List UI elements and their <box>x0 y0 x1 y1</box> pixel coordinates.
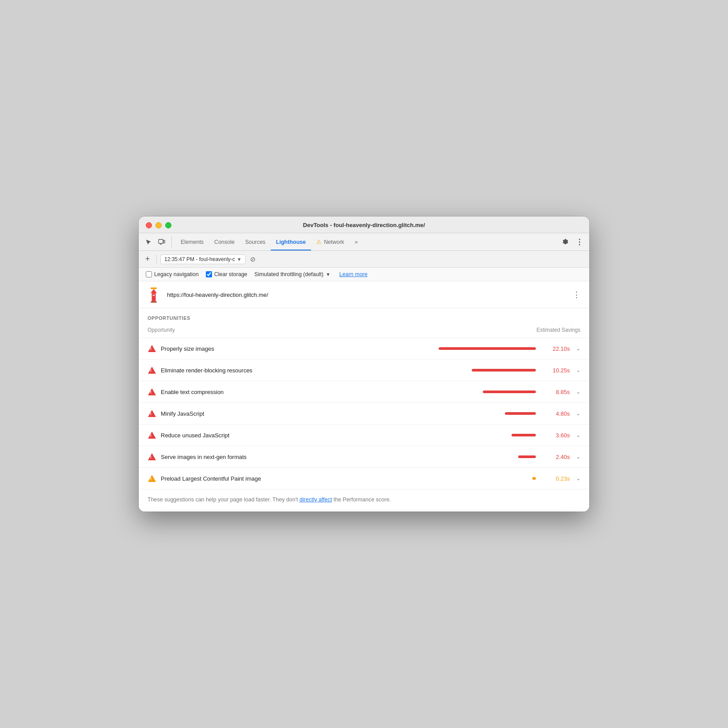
opportunity-row[interactable]: Preload Largest Contentful Paint image 0… <box>139 467 589 489</box>
close-button[interactable] <box>146 222 152 228</box>
chevron-down-icon: ⌄ <box>576 475 580 482</box>
maximize-button[interactable] <box>165 222 171 228</box>
no-entry-icon: ⊘ <box>250 255 256 263</box>
warning-triangle-icon <box>148 387 156 396</box>
legacy-navigation-checkbox[interactable] <box>146 271 152 277</box>
opportunities-section-title: OPPORTUNITIES <box>139 308 589 324</box>
warning-triangle-icon <box>148 366 156 375</box>
footer-text-after: the Performance score. <box>332 497 391 503</box>
devtools-window: DevTools - foul-heavenly-direction.glitc… <box>139 216 589 512</box>
savings-value: 10.25s <box>546 367 570 374</box>
svg-point-5 <box>579 244 580 245</box>
savings-bar-container <box>518 455 536 458</box>
opportunity-row[interactable]: Serve images in next-gen formats 2.40s ⌄ <box>139 446 589 467</box>
svg-marker-7 <box>151 289 157 293</box>
opportunity-name: Eliminate render-blocking resources <box>161 367 467 374</box>
svg-rect-6 <box>151 288 157 289</box>
savings-bar-container <box>532 477 536 480</box>
svg-marker-10 <box>151 301 157 303</box>
savings-value: 2.40s <box>546 454 570 460</box>
minimize-button[interactable] <box>155 222 162 228</box>
opportunity-row[interactable]: Eliminate render-blocking resources 10.2… <box>139 359 589 381</box>
cursor-icon[interactable] <box>142 236 155 248</box>
warning-triangle-icon <box>148 431 156 440</box>
svg-rect-1 <box>163 240 165 243</box>
more-options-button[interactable] <box>573 236 586 248</box>
warning-triangle-icon <box>148 474 156 483</box>
tab-elements[interactable]: Elements <box>175 233 209 250</box>
savings-value: 0.23s <box>546 475 570 482</box>
opportunities-list: Properly size images 22.10s ⌄ Eliminate … <box>139 337 589 489</box>
col-opportunity-header: Opportunity <box>148 327 537 333</box>
window-title: DevTools - foul-heavenly-direction.glitc… <box>303 222 425 228</box>
savings-bar <box>532 477 536 480</box>
tab-lighthouse[interactable]: Lighthouse <box>271 233 311 250</box>
savings-bar-container <box>472 369 536 372</box>
warning-triangle-icon <box>148 344 156 353</box>
warning-icon: ⚠ <box>316 239 322 245</box>
col-savings-header: Estimated Savings <box>537 327 580 333</box>
clear-storage-label: Clear storage <box>214 271 247 277</box>
learn-more-link[interactable]: Learn more <box>339 271 368 277</box>
opportunity-name: Serve images in next-gen formats <box>161 454 514 460</box>
savings-bar <box>512 434 536 436</box>
address-timestamp: 12:35:47 PM - foul-heavenly-c <box>164 256 235 262</box>
opportunity-name: Reduce unused JavaScript <box>161 432 507 439</box>
options-row: Legacy navigation Clear storage Simulate… <box>139 268 589 281</box>
tab-more[interactable]: » <box>349 233 363 250</box>
warning-triangle-icon <box>148 452 156 461</box>
opportunity-name: Minify JavaScript <box>161 410 501 417</box>
lighthouse-logo <box>146 287 162 303</box>
savings-value: 8.85s <box>546 389 570 395</box>
title-bar: DevTools - foul-heavenly-direction.glitc… <box>139 216 589 233</box>
url-row: https://foul-heavenly-direction.glitch.m… <box>139 281 589 308</box>
page-url: https://foul-heavenly-direction.glitch.m… <box>167 292 565 298</box>
address-divider <box>156 255 157 264</box>
traffic-lights <box>146 222 171 228</box>
opportunity-name: Preload Largest Contentful Paint image <box>161 475 528 482</box>
tab-console[interactable]: Console <box>209 233 240 250</box>
savings-bar-container <box>483 391 536 393</box>
throttle-caret-icon: ▼ <box>326 272 330 277</box>
device-icon[interactable] <box>155 236 168 248</box>
svg-point-3 <box>579 239 580 240</box>
opportunity-name: Enable text compression <box>161 389 478 395</box>
page-address-tab[interactable]: 12:35:47 PM - foul-heavenly-c ▼ <box>160 254 246 264</box>
directly-affect-link[interactable]: directly affect <box>300 497 332 503</box>
settings-button[interactable] <box>559 236 572 248</box>
tabs-row: Elements Console Sources Lighthouse ⚠ Ne… <box>139 233 589 251</box>
savings-value: 22.10s <box>546 345 570 352</box>
throttling-label: Simulated throttling (default) <box>254 271 323 277</box>
add-tab-button[interactable]: + <box>142 254 153 265</box>
savings-bar <box>472 369 536 372</box>
savings-value: 3.60s <box>546 432 570 439</box>
warning-triangle-icon <box>148 409 156 418</box>
chevron-down-icon: ⌄ <box>576 454 580 460</box>
opportunity-row[interactable]: Minify JavaScript 4.80s ⌄ <box>139 402 589 424</box>
address-caret-icon: ▼ <box>237 257 242 262</box>
url-more-options-button[interactable]: ⋮ <box>571 288 582 301</box>
legacy-navigation-label: Legacy navigation <box>154 271 199 277</box>
tab-sources[interactable]: Sources <box>240 233 271 250</box>
savings-bar <box>439 347 536 350</box>
tabs-end-buttons <box>559 236 586 248</box>
savings-value: 4.80s <box>546 410 570 417</box>
table-header: Opportunity Estimated Savings <box>139 324 589 337</box>
savings-bar <box>505 412 536 415</box>
chevron-down-icon: ⌄ <box>576 432 580 438</box>
clear-storage-checkbox[interactable] <box>206 271 212 277</box>
chevron-down-icon: ⌄ <box>576 345 580 352</box>
main-content: OPPORTUNITIES Opportunity Estimated Savi… <box>139 308 589 512</box>
savings-bar-container <box>439 347 536 350</box>
tab-network[interactable]: ⚠ Network <box>311 233 349 250</box>
throttling-option: Simulated throttling (default) ▼ <box>254 271 330 277</box>
address-row: + 12:35:47 PM - foul-heavenly-c ▼ ⊘ <box>139 251 589 268</box>
opportunity-row[interactable]: Reduce unused JavaScript 3.60s ⌄ <box>139 424 589 446</box>
opportunity-row[interactable]: Properly size images 22.10s ⌄ <box>139 337 589 359</box>
legacy-navigation-option[interactable]: Legacy navigation <box>146 271 199 277</box>
clear-storage-option[interactable]: Clear storage <box>206 271 247 277</box>
savings-bar-container <box>505 412 536 415</box>
svg-rect-8 <box>152 293 156 301</box>
savings-bar <box>518 455 536 458</box>
opportunity-row[interactable]: Enable text compression 8.85s ⌄ <box>139 381 589 402</box>
